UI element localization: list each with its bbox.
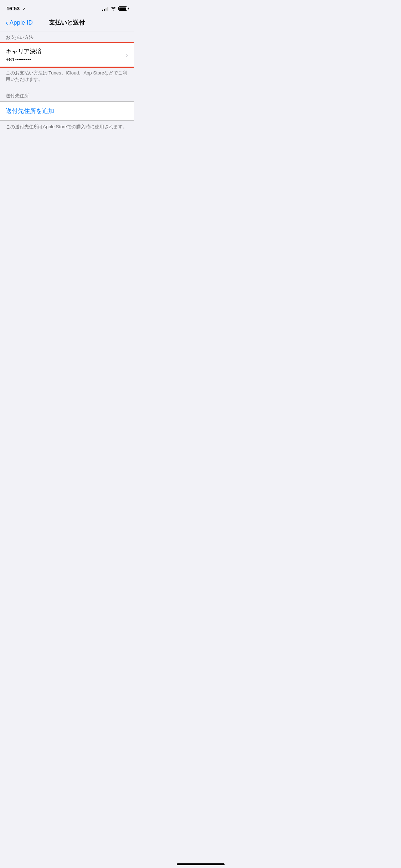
payment-section-label: お支払い方法 [0,31,134,43]
location-icon: ↗ [22,6,26,11]
signal-icon [102,6,108,11]
carrier-payment-row[interactable]: キャリア決済 +81-•••••••• › [0,43,134,67]
back-chevron-icon: ‹ [6,19,8,26]
shipping-footer: この送付先住所はApple Storeでの購入時に使用されます。 [0,121,134,137]
carrier-payment-content: キャリア決済 +81-•••••••• [6,47,42,62]
status-time: 16:53 [6,5,20,11]
chevron-right-icon: › [126,51,128,59]
page-title: 支払いと送付 [49,19,85,27]
shipping-section-label: 送付先住所 [0,90,134,101]
back-label: Apple ID [10,19,33,26]
add-shipping-button[interactable]: 送付先住所を追加 [0,102,134,120]
status-time-area: 16:53 ↗ [6,5,26,12]
carrier-payment-subtitle: +81-•••••••• [6,56,42,62]
battery-icon [118,6,127,11]
carrier-payment-title: キャリア決済 [6,47,42,56]
shipping-section: 送付先住所を追加 [0,101,134,121]
status-icons [102,6,127,11]
payment-method-section: キャリア決済 +81-•••••••• › [0,43,134,67]
wifi-icon [110,6,116,11]
payment-footer: このお支払い方法はiTunes、iCloud、App Storeなどでご利用いた… [0,67,134,90]
status-bar: 16:53 ↗ [0,0,134,16]
nav-bar: ‹ Apple ID 支払いと送付 [0,16,134,31]
back-button[interactable]: ‹ Apple ID [6,19,33,26]
